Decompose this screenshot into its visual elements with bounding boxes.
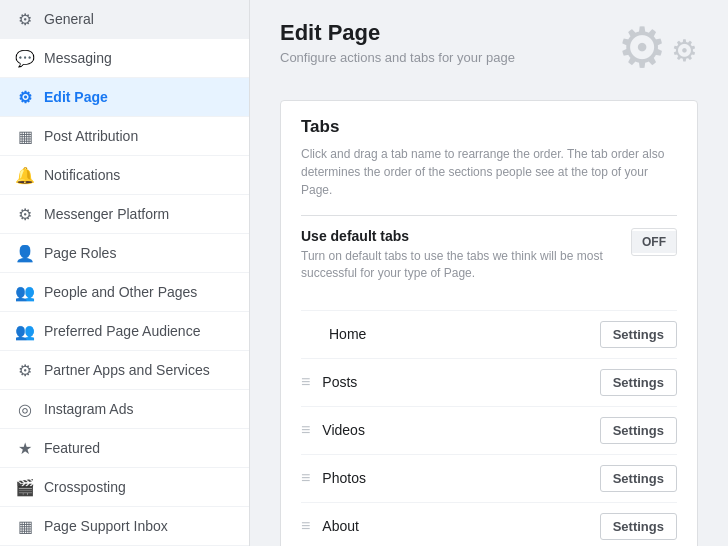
sidebar-item-notifications[interactable]: 🔔Notifications — [0, 156, 249, 195]
page-roles-icon: 👤 — [16, 244, 34, 262]
default-tabs-text: Use default tabs Turn on default tabs to… — [301, 228, 631, 282]
photos-settings-button[interactable]: Settings — [600, 465, 677, 492]
tab-row-home: HomeSettings — [301, 310, 677, 359]
default-tabs-toggle[interactable]: OFF — [631, 228, 677, 256]
about-tab-name: About — [322, 518, 599, 534]
sidebar-item-partner-apps[interactable]: ⚙Partner Apps and Services — [0, 351, 249, 390]
tab-row-videos: ≡VideosSettings — [301, 407, 677, 455]
tab-row-about: ≡AboutSettings — [301, 503, 677, 546]
sidebar-item-crossposting[interactable]: 🎬Crossposting — [0, 468, 249, 507]
sidebar-item-messaging[interactable]: 💬Messaging — [0, 39, 249, 78]
people-other-pages-label: People and Other Pages — [44, 284, 233, 300]
post-attribution-label: Post Attribution — [44, 128, 233, 144]
instagram-ads-label: Instagram Ads — [44, 401, 233, 417]
messenger-platform-icon: ⚙ — [16, 205, 34, 223]
page-header-text: Edit Page Configure actions and tabs for… — [280, 20, 515, 65]
tabs-section: Tabs Click and drag a tab name to rearra… — [280, 100, 698, 546]
general-icon: ⚙ — [16, 10, 34, 28]
page-roles-label: Page Roles — [44, 245, 233, 261]
edit-page-icon: ⚙ — [16, 88, 34, 106]
post-attribution-icon: ▦ — [16, 127, 34, 145]
sidebar-item-support-inbox[interactable]: ▦Page Support Inbox — [0, 507, 249, 546]
tabs-section-title: Tabs — [301, 117, 677, 137]
people-other-pages-icon: 👥 — [16, 283, 34, 301]
posts-settings-button[interactable]: Settings — [600, 369, 677, 396]
sidebar-item-page-roles[interactable]: 👤Page Roles — [0, 234, 249, 273]
videos-tab-name: Videos — [322, 422, 599, 438]
sidebar: ⚙General💬Messaging⚙Edit Page◀Click▦Post … — [0, 0, 250, 546]
messaging-label: Messaging — [44, 50, 233, 66]
support-inbox-icon: ▦ — [16, 517, 34, 535]
toggle-label: Use default tabs — [301, 228, 631, 244]
gear-small-icon: ⚙ — [671, 33, 698, 68]
sidebar-item-instagram-ads[interactable]: ◎Instagram Ads — [0, 390, 249, 429]
tab-row-posts: ≡PostsSettings — [301, 359, 677, 407]
general-label: General — [44, 11, 233, 27]
notifications-icon: 🔔 — [16, 166, 34, 184]
posts-tab-name: Posts — [322, 374, 599, 390]
messenger-platform-label: Messenger Platform — [44, 206, 233, 222]
crossposting-icon: 🎬 — [16, 478, 34, 496]
instagram-ads-icon: ◎ — [16, 400, 34, 418]
photos-drag-handle[interactable]: ≡ — [301, 469, 310, 487]
gear-large-icon: ⚙ — [617, 20, 667, 76]
videos-drag-handle[interactable]: ≡ — [301, 421, 310, 439]
toggle-off-label: OFF — [632, 231, 676, 253]
sidebar-item-post-attribution[interactable]: ▦Post Attribution — [0, 117, 249, 156]
tabs-section-desc: Click and drag a tab name to rearrange t… — [301, 145, 677, 199]
videos-settings-button[interactable]: Settings — [600, 417, 677, 444]
featured-label: Featured — [44, 440, 233, 456]
sidebar-item-messenger-platform[interactable]: ⚙Messenger Platform — [0, 195, 249, 234]
home-tab-name: Home — [329, 326, 600, 342]
about-drag-handle[interactable]: ≡ — [301, 517, 310, 535]
about-settings-button[interactable]: Settings — [600, 513, 677, 540]
home-settings-button[interactable]: Settings — [600, 321, 677, 348]
partner-apps-label: Partner Apps and Services — [44, 362, 233, 378]
featured-icon: ★ — [16, 439, 34, 457]
support-inbox-label: Page Support Inbox — [44, 518, 233, 534]
sidebar-item-general[interactable]: ⚙General — [0, 0, 249, 39]
page-header: Edit Page Configure actions and tabs for… — [280, 20, 698, 76]
page-subtitle: Configure actions and tabs for your page — [280, 50, 515, 65]
posts-drag-handle[interactable]: ≡ — [301, 373, 310, 391]
sidebar-item-preferred-audience[interactable]: 👥Preferred Page Audience — [0, 312, 249, 351]
page-title: Edit Page — [280, 20, 515, 46]
preferred-audience-icon: 👥 — [16, 322, 34, 340]
sidebar-item-edit-page[interactable]: ⚙Edit Page◀Click — [0, 78, 249, 117]
sidebar-item-featured[interactable]: ★Featured — [0, 429, 249, 468]
default-tabs-row: Use default tabs Turn on default tabs to… — [301, 215, 677, 294]
crossposting-label: Crossposting — [44, 479, 233, 495]
photos-tab-name: Photos — [322, 470, 599, 486]
sidebar-item-people-other-pages[interactable]: 👥People and Other Pages — [0, 273, 249, 312]
messaging-icon: 💬 — [16, 49, 34, 67]
gear-decoration: ⚙ ⚙ — [617, 20, 698, 76]
notifications-label: Notifications — [44, 167, 233, 183]
toggle-desc: Turn on default tabs to use the tabs we … — [301, 248, 631, 282]
main-content: Edit Page Configure actions and tabs for… — [250, 0, 728, 546]
tabs-list: HomeSettings≡PostsSettings≡VideosSetting… — [301, 310, 677, 546]
tab-row-photos: ≡PhotosSettings — [301, 455, 677, 503]
edit-page-label: Edit Page — [44, 89, 233, 105]
partner-apps-icon: ⚙ — [16, 361, 34, 379]
preferred-audience-label: Preferred Page Audience — [44, 323, 233, 339]
